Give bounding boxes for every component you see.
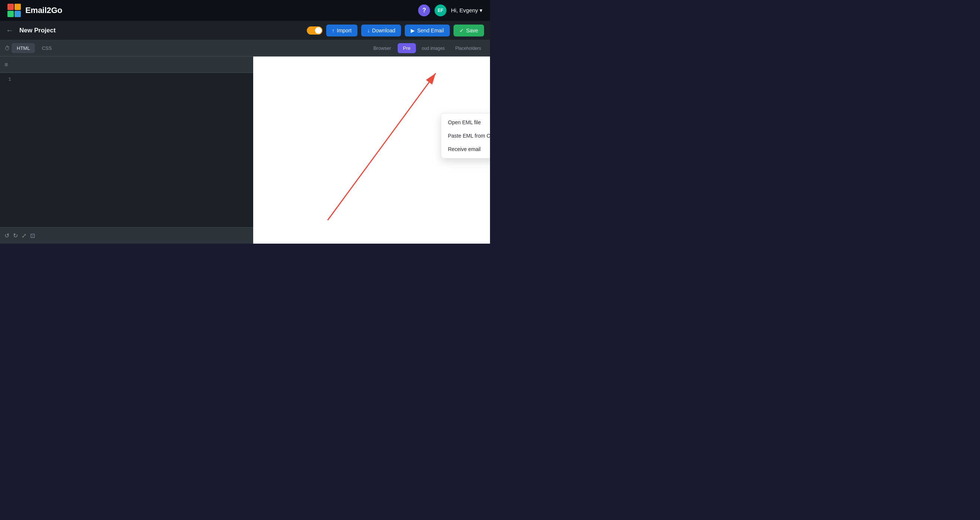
import-dropdown-menu: Open EML file Paste EML from Clipboard R… [441, 113, 490, 159]
editor-tab-bar: ⏱ HTML CSS Browser Pre oud images Placeh… [0, 40, 490, 57]
redo-icon[interactable]: ↻ [13, 232, 18, 239]
import-icon: ↑ [332, 27, 335, 33]
avatar-button[interactable]: EF [434, 5, 446, 16]
tab-browser[interactable]: Browser [368, 43, 396, 53]
line-number: 1 [0, 77, 11, 82]
svg-line-1 [328, 73, 436, 220]
code-content-area[interactable] [15, 73, 253, 244]
line-numbers: 1 [0, 73, 15, 244]
top-nav: Email2Go ? EF Hi, Evgeny ▾ [0, 0, 490, 21]
save-button[interactable]: ✓ Save [453, 25, 484, 36]
tab-html[interactable]: HTML [11, 43, 35, 53]
code-toolbar: ≡ [0, 57, 253, 73]
download-icon: ↓ [367, 27, 370, 33]
main-toolbar: ← New Project ↑ Import ↓ Download ▶ Send… [0, 21, 490, 40]
send-email-button[interactable]: ▶ Send Email [405, 25, 450, 36]
undo-icon[interactable]: ↺ [5, 232, 9, 239]
download-button[interactable]: ↓ Download [361, 25, 401, 36]
code-editor-panel: ≡ 1 [0, 57, 253, 244]
crop-icon[interactable]: ⊡ [30, 232, 35, 239]
tab-cloud-images[interactable]: oud images [417, 44, 449, 53]
theme-toggle-wrapper [307, 26, 323, 35]
expand-icon[interactable]: ⤢ [22, 232, 26, 239]
preview-panel: Open EML file Paste EML from Clipboard R… [253, 57, 490, 244]
dropdown-item-paste-eml[interactable]: Paste EML from Clipboard [441, 129, 490, 143]
lines-icon: ≡ [5, 61, 8, 68]
editor-area: ≡ 1 Open EML file Paste EML from Clipboa… [0, 57, 490, 244]
tab-placeholders[interactable]: Placeholders [451, 44, 485, 53]
user-greeting[interactable]: Hi, Evgeny ▾ [451, 7, 482, 14]
logo-icon [8, 4, 21, 17]
code-bottom-toolbar: ↺ ↻ ⤢ ⊡ [0, 227, 253, 244]
toggle-knob [315, 27, 322, 34]
save-icon: ✓ [460, 27, 464, 33]
clock-icon: ⏱ [5, 45, 10, 51]
app-name: Email2Go [25, 6, 62, 15]
help-button[interactable]: ? [418, 5, 430, 16]
dropdown-item-receive-email[interactable]: Receive email [441, 143, 490, 156]
project-title: New Project [19, 27, 56, 34]
send-icon: ▶ [411, 27, 415, 33]
tab-css[interactable]: CSS [37, 43, 57, 53]
theme-toggle[interactable] [307, 26, 323, 35]
back-button[interactable]: ← [6, 26, 13, 35]
tab-pre[interactable]: Pre [398, 43, 415, 53]
preview-tab-group: Browser Pre oud images Placeholders [368, 43, 485, 53]
import-button[interactable]: ↑ Import [326, 25, 358, 36]
code-body: 1 [0, 73, 253, 244]
dropdown-item-open-eml[interactable]: Open EML file [441, 116, 490, 129]
